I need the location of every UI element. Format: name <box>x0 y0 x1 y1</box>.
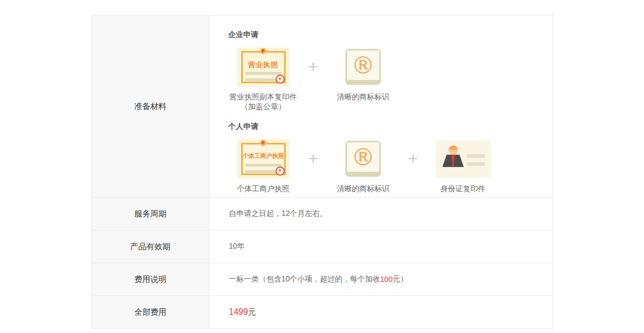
row-label-materials: 准备材料 <box>92 16 209 197</box>
business-license-caption: 营业执照副本复印件 （加盖公章） <box>229 92 297 111</box>
enterprise-application-group: 企业申请 营业执照 <box>228 30 398 111</box>
trademark-caption: 清晰的商标标识 <box>337 184 389 193</box>
trademark-logo-item: ® 清晰的商标标识 <box>328 139 398 193</box>
personal-materials-row: 个体工商户执照 个体工商户执照 + <box>228 139 498 193</box>
table-row-total-price: 全部费用 1499元 <box>92 296 553 328</box>
id-card-item: 身份证复印件 <box>428 139 498 193</box>
trademark-logo-item: ® 清晰的商标标识 <box>328 47 398 102</box>
business-license-item: 营业执照 营业执照副本复印件 （加盖公章） <box>228 47 298 111</box>
trademark-caption: 清晰的商标标识 <box>337 92 389 102</box>
registered-trademark-icon: ® <box>345 141 381 177</box>
table-row-service-period: 服务周期 自申请之日起，12个月左右。 <box>92 198 553 230</box>
plus-separator-icon: + <box>398 139 428 179</box>
id-card-caption: 身份证复印件 <box>440 184 486 193</box>
validity-value: 10年 <box>209 230 553 263</box>
red-stamp-icon <box>276 166 285 176</box>
personal-application-title: 个人申请 <box>228 122 498 132</box>
price-amount: 1499 <box>229 307 248 317</box>
national-emblem-icon <box>260 140 266 146</box>
plus-separator-icon: + <box>298 47 328 87</box>
plus-separator-icon: + <box>298 139 328 179</box>
certificate-title-text: 个体工商户执照 <box>237 152 290 160</box>
red-stamp-icon <box>276 75 285 84</box>
certificate-title-text: 营业执照 <box>237 60 290 70</box>
enterprise-application-title: 企业申请 <box>228 30 398 40</box>
row-label-validity: 产品有效期 <box>92 230 209 263</box>
product-spec-table: 准备材料 企业申请 营业执照 <box>91 15 553 329</box>
fee-highlight: 100 <box>380 275 393 284</box>
individual-license-caption: 个体工商户执照 <box>237 184 290 193</box>
business-license-certificate-icon: 营业执照 <box>237 47 290 87</box>
table-row-fee-description: 费用说明 一标一类（包含10个小项，超过的，每个加收100元） <box>92 263 553 296</box>
registered-trademark-icon: ® <box>345 49 381 85</box>
service-period-value: 自申请之日起，12个月左右。 <box>209 198 553 230</box>
person-avatar <box>448 146 458 155</box>
row-label-total-price: 全部费用 <box>92 296 209 328</box>
materials-content: 企业申请 营业执照 <box>209 16 553 197</box>
fee-description-value: 一标一类（包含10个小项，超过的，每个加收100元） <box>209 263 553 295</box>
total-price-value: 1499元 <box>209 296 553 328</box>
price-unit: 元 <box>248 307 256 317</box>
individual-business-license-icon: 个体工商户执照 <box>237 139 290 179</box>
enterprise-materials-row: 营业执照 营业执照副本复印件 （加盖公章） + <box>228 47 398 111</box>
personal-application-group: 个人申请 个体工商户执照 <box>228 122 498 193</box>
table-row-materials: 准备材料 企业申请 营业执照 <box>92 16 553 198</box>
individual-license-item: 个体工商户执照 个体工商户执照 <box>228 139 298 193</box>
id-card-icon <box>436 141 491 177</box>
national-emblem-icon <box>260 48 266 54</box>
table-row-validity: 产品有效期 10年 <box>92 230 553 263</box>
row-label-fee-description: 费用说明 <box>92 263 209 295</box>
row-label-service-period: 服务周期 <box>92 198 209 230</box>
